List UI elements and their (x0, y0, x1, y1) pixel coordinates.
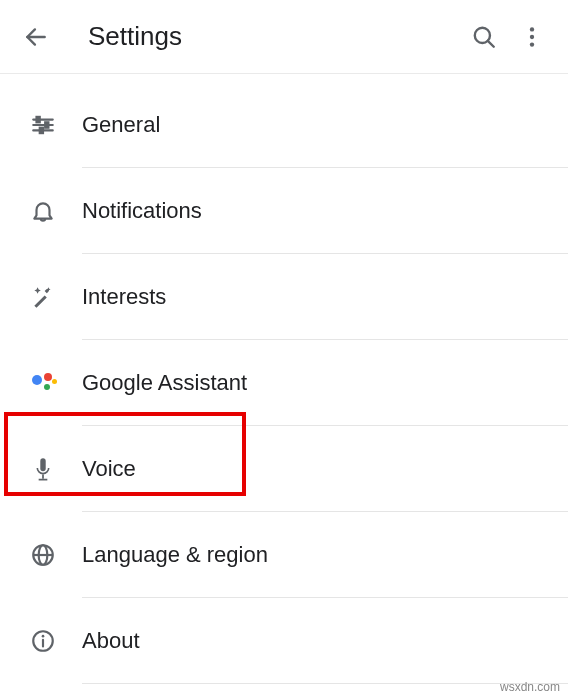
svg-rect-7 (37, 116, 40, 121)
settings-item-label: Google Assistant (82, 370, 247, 396)
wand-icon (30, 284, 82, 310)
svg-point-3 (530, 27, 534, 31)
svg-rect-9 (45, 122, 48, 127)
settings-item-general[interactable]: General (0, 82, 568, 167)
settings-item-label: General (82, 112, 160, 138)
settings-item-notifications[interactable]: Notifications (0, 168, 568, 253)
svg-point-20 (42, 634, 45, 637)
svg-rect-11 (40, 127, 43, 132)
back-button[interactable] (12, 13, 60, 61)
settings-item-language-region[interactable]: Language & region (0, 512, 568, 597)
settings-item-voice[interactable]: Voice (0, 426, 568, 511)
app-header: Settings (0, 0, 568, 74)
watermark: wsxdn.com (500, 680, 560, 694)
more-options-button[interactable] (508, 13, 556, 61)
svg-line-2 (488, 40, 494, 46)
divider (82, 683, 568, 684)
bell-icon (30, 198, 82, 224)
google-assistant-icon (30, 371, 82, 395)
settings-item-label: Language & region (82, 542, 268, 568)
settings-list: General Notifications Interests Google A… (0, 74, 568, 684)
search-button[interactable] (460, 13, 508, 61)
microphone-icon (30, 456, 82, 482)
svg-rect-13 (42, 474, 44, 478)
more-vert-icon (519, 24, 545, 50)
search-icon (471, 24, 497, 50)
settings-item-label: Notifications (82, 198, 202, 224)
sliders-icon (30, 112, 82, 138)
svg-rect-12 (40, 458, 45, 471)
settings-item-google-assistant[interactable]: Google Assistant (0, 340, 568, 425)
settings-item-label: Voice (82, 456, 136, 482)
settings-item-interests[interactable]: Interests (0, 254, 568, 339)
info-icon (30, 628, 82, 654)
settings-item-about[interactable]: About (0, 598, 568, 683)
settings-item-label: About (82, 628, 140, 654)
svg-point-5 (530, 42, 534, 46)
page-title: Settings (88, 21, 460, 52)
settings-item-label: Interests (82, 284, 166, 310)
svg-point-4 (530, 34, 534, 38)
svg-rect-14 (39, 478, 48, 480)
arrow-back-icon (23, 24, 49, 50)
globe-icon (30, 542, 82, 568)
